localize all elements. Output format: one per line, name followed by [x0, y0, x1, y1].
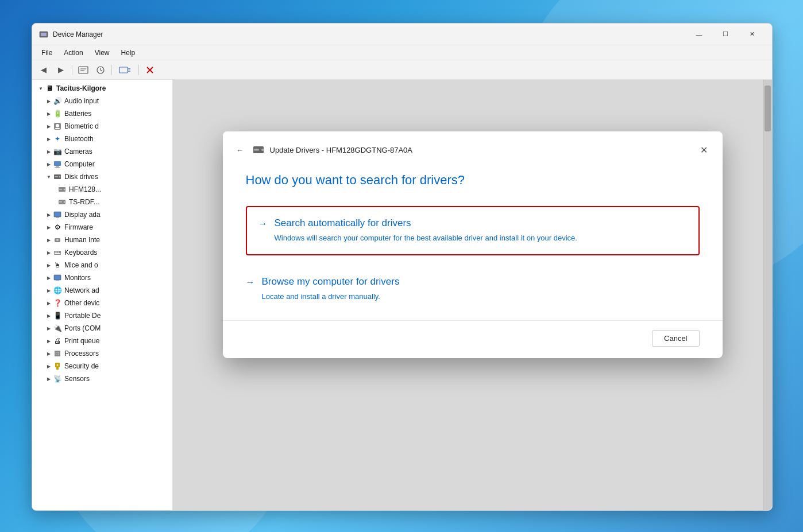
- toolbar-properties[interactable]: [75, 63, 91, 77]
- tree-item-network[interactable]: ▶ 🌐 Network ad: [32, 284, 172, 297]
- tree-item-bluetooth[interactable]: ▶ ✦ Bluetooth: [32, 133, 172, 145]
- close-button[interactable]: ✕: [739, 25, 765, 44]
- svg-rect-44: [254, 149, 259, 151]
- svg-point-27: [56, 239, 59, 241]
- tree-sensors-label: Sensors: [64, 375, 90, 383]
- tree-portable-arrow: ▶: [45, 312, 53, 320]
- svg-rect-23: [59, 201, 62, 203]
- tree-item-security[interactable]: ▶ Security de: [32, 360, 172, 372]
- tree-item-audio[interactable]: ▶ 🔊 Audio input: [32, 95, 172, 107]
- dialog-device-icon: [253, 144, 264, 156]
- menu-view[interactable]: View: [90, 48, 114, 58]
- tree-item-processors[interactable]: ▶ Processors: [32, 347, 172, 360]
- tree-item-mice[interactable]: ▶ 🖱 Mice and o: [32, 259, 172, 271]
- tree-item-hfm[interactable]: HFM128...: [32, 183, 172, 196]
- tree-ports-arrow: ▶: [45, 324, 53, 332]
- tree-root[interactable]: ▼ 🖥 Tacitus-Kilgore: [32, 82, 172, 95]
- tree-biometric-icon: [53, 122, 62, 131]
- menu-action[interactable]: Action: [59, 48, 87, 58]
- svg-point-22: [64, 201, 65, 203]
- tree-item-portable[interactable]: ▶ 📱 Portable De: [32, 309, 172, 322]
- dialog-close-button[interactable]: ✕: [695, 141, 713, 159]
- svg-point-41: [57, 364, 59, 366]
- toolbar-update[interactable]: [92, 63, 109, 77]
- tree-root-label: Tacitus-Kilgore: [56, 84, 106, 92]
- tree-hid-label: Human Inte: [64, 236, 100, 244]
- option2-title: Browse my computer for drivers: [262, 276, 400, 288]
- svg-rect-35: [56, 281, 59, 281]
- dialog-title-text: Update Drivers - HFM128GDGTNG-87A0A: [270, 146, 413, 154]
- tree-biometric-label: Biometric d: [64, 122, 99, 130]
- tree-portable-label: Portable De: [64, 312, 101, 320]
- tree-batteries-icon: 🔋: [53, 109, 62, 118]
- tree-item-disk-drives[interactable]: ▼ Disk drives: [32, 170, 172, 183]
- toolbar-scan[interactable]: [115, 63, 136, 77]
- tree-disk-icon: [53, 172, 62, 181]
- tree-computer-arrow: ▶: [45, 160, 53, 168]
- browse-computer-option[interactable]: → Browse my computer for drivers Locate …: [246, 271, 700, 307]
- dialog-title-bar: ← Update Drivers - HFM128GDGTNG-87A0A ✕: [223, 131, 723, 164]
- svg-rect-6: [119, 67, 128, 73]
- svg-rect-38: [56, 352, 59, 355]
- tree-item-hid[interactable]: ▶ Human Inte: [32, 234, 172, 246]
- tree-cameras-label: Cameras: [64, 147, 92, 156]
- minimize-button[interactable]: —: [686, 25, 712, 44]
- dialog-back-button[interactable]: ←: [232, 142, 248, 158]
- tree-item-firmware[interactable]: ▶ ⚙ Firmware: [32, 221, 172, 234]
- tree-batteries-arrow: ▶: [45, 110, 53, 118]
- svg-rect-40: [56, 367, 59, 370]
- tree-item-display[interactable]: ▶ Display ada: [32, 208, 172, 221]
- tree-item-tsrdf[interactable]: TS-RDF...: [32, 196, 172, 208]
- tree-keyboards-icon: [53, 248, 62, 257]
- menu-file[interactable]: File: [37, 48, 57, 58]
- tree-display-arrow: ▶: [45, 211, 53, 219]
- tree-print-label: Print queue: [64, 337, 99, 345]
- dialog-body: How do you want to search for drivers? →…: [223, 164, 723, 320]
- svg-rect-28: [54, 251, 61, 255]
- tree-item-ports[interactable]: ▶ 🔌 Ports (COM: [32, 322, 172, 335]
- tree-item-computer[interactable]: ▶ Computer: [32, 158, 172, 170]
- tree-network-icon: 🌐: [53, 286, 62, 295]
- dialog-heading: How do you want to search for drivers?: [246, 173, 700, 188]
- svg-rect-17: [55, 176, 58, 177]
- toolbar: ◀ ▶: [32, 60, 772, 80]
- right-panel: ← Update Drivers - HFM128GDGTNG-87A0A ✕ …: [173, 80, 772, 511]
- tree-tsrdf-icon: [57, 197, 67, 207]
- cancel-button[interactable]: Cancel: [652, 330, 699, 347]
- main-area: ▼ 🖥 Tacitus-Kilgore ▶ 🔊 Audio input ▶ 🔋 …: [32, 80, 772, 511]
- tree-sensors-icon: 📡: [53, 374, 62, 383]
- option1-row: → Search automatically for drivers Windo…: [258, 218, 687, 244]
- tree-item-biometric[interactable]: ▶ Biometric d: [32, 120, 172, 133]
- tree-hfm-label: HFM128...: [69, 185, 101, 193]
- tree-item-keyboards[interactable]: ▶ Keyboards: [32, 246, 172, 259]
- maximize-button[interactable]: ☐: [712, 25, 739, 44]
- option2-desc: Locate and install a driver manually.: [262, 291, 400, 302]
- tree-item-batteries[interactable]: ▶ 🔋 Batteries: [32, 107, 172, 120]
- tree-item-sensors[interactable]: ▶ 📡 Sensors: [32, 372, 172, 385]
- tree-item-other[interactable]: ▶ ❓ Other devic: [32, 297, 172, 309]
- tree-batteries-label: Batteries: [64, 110, 91, 118]
- tree-ports-label: Ports (COM: [64, 324, 101, 332]
- tree-tsrdf-label: TS-RDF...: [69, 198, 99, 206]
- tree-item-cameras[interactable]: ▶ 📷 Cameras: [32, 145, 172, 158]
- tree-display-icon: [53, 210, 62, 219]
- svg-rect-32: [60, 252, 60, 253]
- tree-processors-arrow: ▶: [45, 350, 53, 358]
- tree-item-print[interactable]: ▶ 🖨 Print queue: [32, 335, 172, 347]
- tree-print-icon: 🖨: [53, 336, 62, 345]
- svg-rect-11: [55, 128, 60, 129]
- tree-computer-icon: [53, 160, 62, 169]
- menu-help[interactable]: Help: [117, 48, 140, 58]
- toolbar-back[interactable]: ◀: [36, 63, 52, 77]
- tree-disk-arrow: ▼: [45, 173, 53, 181]
- tree-ports-icon: 🔌: [53, 324, 62, 333]
- tree-item-monitors[interactable]: ▶ Monitors: [32, 271, 172, 284]
- search-automatically-option[interactable]: → Search automatically for drivers Windo…: [246, 206, 700, 255]
- svg-rect-31: [58, 252, 59, 253]
- toolbar-forward[interactable]: ▶: [53, 63, 69, 77]
- tree-disk-label: Disk drives: [64, 173, 98, 181]
- tree-cameras-icon: 📷: [53, 147, 62, 156]
- tree-firmware-label: Firmware: [64, 223, 93, 231]
- svg-rect-24: [54, 212, 61, 217]
- toolbar-delete[interactable]: [142, 63, 158, 77]
